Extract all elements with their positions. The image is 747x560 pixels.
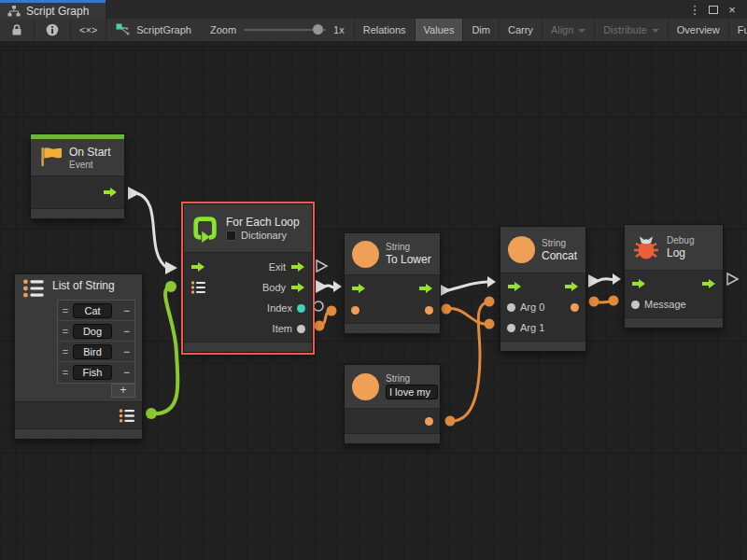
result-output-port[interactable] [571,303,579,312]
body-output-port[interactable] [290,282,305,293]
values-button[interactable]: Values [416,19,464,41]
window-controls: ⋮ × [687,0,747,19]
list-input-port[interactable] [190,281,206,294]
node-footer [15,429,142,439]
chevron-down-icon [652,29,659,33]
list-item-input[interactable] [73,365,112,380]
flow-input-port[interactable] [190,261,205,273]
remove-item-button[interactable]: − [123,366,132,379]
list-output-port[interactable] [119,409,135,423]
tab-script-graph[interactable]: Script Graph [0,0,106,19]
tab-strip: Script Graph ⋮ × [0,0,747,19]
trigger-output-port[interactable] [103,187,118,198]
value-output-port[interactable] [425,417,433,426]
node-category: String [386,373,432,384]
index-output-port[interactable] [297,304,305,313]
node-on-start[interactable]: On Start Event [30,133,125,219]
wire-tolower-to-arg1[interactable] [442,304,495,329]
remove-item-button[interactable]: − [123,325,132,338]
node-list-of-string[interactable]: List of String = − = − = [14,273,143,440]
list-item-input[interactable] [73,303,112,318]
zoom-slider-knob[interactable] [313,24,323,35]
lock-button[interactable] [0,19,35,41]
loop-icon [191,215,219,243]
list-item-input[interactable] [73,344,112,359]
drag-handle[interactable]: = [61,326,70,337]
exit-port-label: Exit [269,261,286,273]
string-input-port[interactable] [351,306,359,315]
node-to-lower[interactable]: String To Lower [344,232,441,334]
distribute-dropdown[interactable]: Distribute [595,19,668,41]
inspector-button[interactable] [35,19,71,41]
node-title: Concat [542,249,577,262]
arg0-input-port[interactable] [507,303,515,312]
dictionary-checkbox[interactable] [226,231,236,241]
tab-title: Script Graph [26,5,89,18]
arg0-port-label: Arg 0 [520,301,544,313]
node-footer [345,434,440,443]
zoom-slider[interactable] [244,29,326,31]
message-input-port[interactable] [631,301,640,309]
exit-output-port[interactable] [290,261,305,273]
remove-item-button[interactable]: − [123,304,132,317]
node-title: Log [667,246,694,259]
wire-list-to-foreach[interactable] [146,281,177,419]
window-menu-icon[interactable]: ⋮ [687,2,702,17]
log-exit-unconnected-triangle [727,273,738,285]
node-debug-log[interactable]: Debug Log Message [624,224,724,329]
zoom-label: Zoom [210,24,236,35]
wire-body-to-tolower[interactable] [316,280,342,293]
node-title: For Each Loop [226,216,300,229]
flow-input-port[interactable] [507,281,522,292]
script-graph-window: Script Graph ⋮ × <×> [0,0,747,560]
string-value-input[interactable] [386,385,438,399]
node-footer [345,324,440,333]
list-item-row: = − [58,301,134,321]
node-for-each-loop[interactable]: For Each Loop Dictionary Exit [183,203,313,353]
flow-output-port[interactable] [564,281,579,292]
node-category: Debug [667,235,694,245]
arg1-input-port[interactable] [507,324,515,332]
wire-tolower-to-concat[interactable] [439,276,496,297]
fullscreen-button[interactable]: Full Screen [729,19,747,41]
list-editor: = − = − = − = [57,300,135,384]
drag-handle[interactable]: = [61,367,70,378]
wire-item-to-tolower[interactable] [315,306,337,331]
result-output-port[interactable] [425,306,433,315]
node-string-literal[interactable]: String [344,364,441,444]
wire-concat-to-log[interactable] [588,273,621,287]
maximize-icon[interactable] [706,2,721,17]
overview-button[interactable]: Overview [669,19,729,41]
close-icon[interactable]: × [725,2,740,17]
wire-concat-to-message[interactable] [589,296,619,307]
wire-onstart-to-foreach[interactable] [128,187,177,274]
edit-source-button[interactable]: <×> [71,19,106,41]
drag-handle[interactable]: = [61,346,70,357]
index-unconnected-circle [314,301,323,311]
flow-output-port[interactable] [418,283,433,294]
node-concat[interactable]: String Concat Arg 0 Arg 1 [500,226,586,352]
dim-button[interactable]: Dim [463,19,500,41]
index-port-label: Index [267,302,292,314]
flow-output-port[interactable] [701,278,716,289]
string-type-icon [508,236,535,263]
align-dropdown[interactable]: Align [543,19,595,41]
arg1-port-label: Arg 1 [520,322,544,333]
relations-button[interactable]: Relations [355,19,416,41]
flow-input-port[interactable] [351,283,366,294]
remove-item-button[interactable]: − [123,345,132,358]
node-title: On Start [69,146,111,159]
list-item-row: = − [58,321,134,342]
item-output-port[interactable] [297,325,305,333]
list-item-input[interactable] [73,324,112,339]
flag-icon [38,146,63,169]
graph-toolbar: <×> ScriptGraph Zoom 1x Relations Values… [0,19,747,41]
wire-literal-to-arg0[interactable] [445,297,495,427]
graph-breadcrumb[interactable]: ScriptGraph [106,19,201,41]
drag-handle[interactable]: = [61,305,70,316]
script-graph-icon [116,23,131,36]
graph-canvas[interactable]: On Start Event List of [0,41,747,560]
carry-button[interactable]: Carry [500,19,543,41]
flow-input-port[interactable] [631,278,646,289]
add-item-button[interactable]: + [111,384,135,398]
